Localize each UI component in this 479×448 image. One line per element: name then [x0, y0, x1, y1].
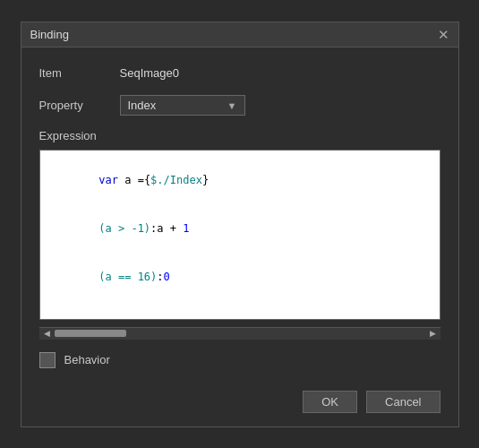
property-value: Index	[128, 99, 157, 112]
chevron-down-icon: ▼	[227, 100, 237, 111]
expression-editor[interactable]: var a ={$./Index} (a > -1):a + 1 (a == 1…	[39, 150, 441, 320]
dialog-title: Binding	[30, 28, 69, 41]
close-button[interactable]: ✕	[438, 28, 449, 41]
behavior-row: Behavior	[39, 352, 441, 368]
scrollbar-thumb[interactable]	[55, 330, 126, 337]
dialog-titlebar: Binding ✕	[21, 22, 458, 47]
property-dropdown[interactable]: Index ▼	[120, 95, 245, 116]
expr-line-2: (a > -1):a + 1	[47, 204, 432, 253]
property-label: Property	[39, 99, 111, 112]
scroll-left-icon[interactable]: ◀	[41, 329, 53, 338]
item-label: Item	[39, 66, 111, 80]
dialog-body: Item SeqImage0 Property Index ▼ Expressi…	[21, 47, 458, 382]
behavior-label: Behavior	[64, 353, 110, 366]
property-row: Property Index ▼	[39, 93, 441, 118]
dialog-footer: OK Cancel	[21, 382, 458, 426]
binding-dialog: Binding ✕ Item SeqImage0 Property Index …	[21, 22, 459, 427]
horizontal-scrollbar[interactable]: ◀ ▶	[39, 327, 441, 340]
item-row: Item SeqImage0	[39, 61, 441, 86]
expr-line-3: (a == 16):0	[47, 253, 432, 301]
scroll-right-icon[interactable]: ▶	[427, 329, 439, 338]
expression-label: Expression	[39, 129, 441, 142]
behavior-checkbox[interactable]	[39, 352, 56, 368]
expr-line-1: var a ={$./Index}	[47, 156, 432, 204]
cancel-button[interactable]: Cancel	[366, 391, 440, 413]
item-value: SeqImage0	[120, 66, 180, 80]
ok-button[interactable]: OK	[303, 391, 357, 413]
